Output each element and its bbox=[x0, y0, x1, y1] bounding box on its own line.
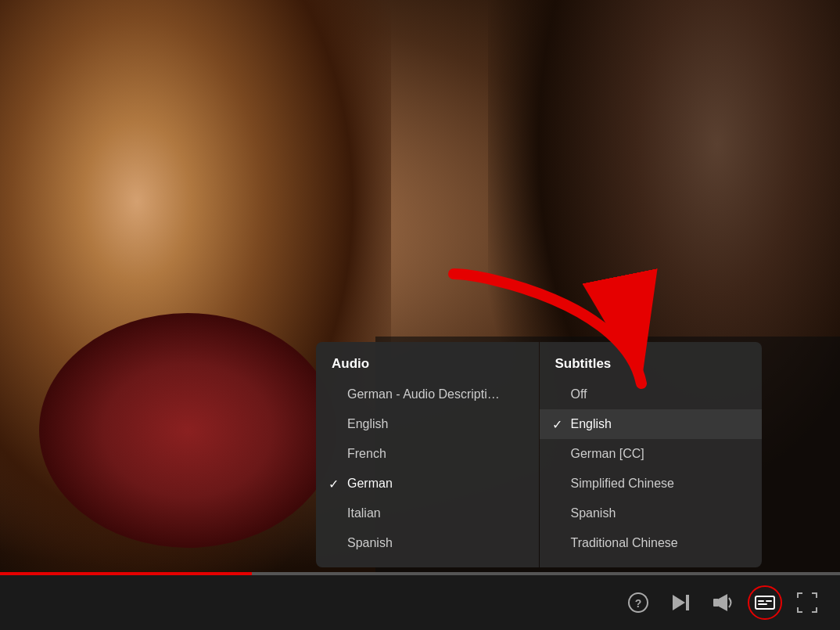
audio-menu-column: Audio German - Audio Descripti… English … bbox=[316, 342, 539, 567]
svg-text:?: ? bbox=[635, 597, 642, 610]
subtitles-item-german-cc[interactable]: German [CC] bbox=[540, 439, 763, 469]
svg-rect-10 bbox=[758, 603, 767, 605]
av-dropdown-menu: Audio German - Audio Descripti… English … bbox=[316, 342, 762, 567]
fullscreen-icon bbox=[796, 592, 818, 614]
audio-item-german-ad[interactable]: German - Audio Descripti… bbox=[316, 380, 539, 409]
subtitles-menu-column: Subtitles Off English German [CC] Simpli… bbox=[540, 342, 763, 567]
svg-rect-5 bbox=[713, 599, 719, 607]
audio-button[interactable] bbox=[705, 585, 740, 620]
subtitles-item-traditional-chinese[interactable]: Traditional Chinese bbox=[540, 528, 763, 558]
svg-marker-3 bbox=[673, 595, 685, 610]
help-icon: ? bbox=[627, 592, 649, 614]
audio-item-spanish[interactable]: Spanish bbox=[316, 528, 539, 558]
speaker-icon bbox=[712, 592, 734, 614]
audio-item-french[interactable]: French bbox=[316, 439, 539, 469]
fullscreen-button[interactable] bbox=[790, 585, 824, 620]
next-button[interactable] bbox=[663, 585, 698, 620]
next-icon bbox=[669, 592, 691, 614]
audio-item-english[interactable]: English bbox=[316, 409, 539, 439]
svg-marker-6 bbox=[719, 594, 727, 611]
audio-header: Audio bbox=[316, 351, 539, 380]
subtitles-item-spanish[interactable]: Spanish bbox=[540, 499, 763, 528]
svg-rect-9 bbox=[766, 600, 772, 602]
svg-rect-4 bbox=[686, 595, 689, 610]
subtitles-item-simplified-chinese[interactable]: Simplified Chinese bbox=[540, 469, 763, 499]
subtitle-icon bbox=[754, 592, 776, 614]
subtitles-item-off[interactable]: Off bbox=[540, 380, 763, 409]
help-button[interactable]: ? bbox=[621, 585, 655, 620]
subtitles-item-english[interactable]: English bbox=[540, 409, 763, 439]
svg-rect-8 bbox=[758, 600, 764, 602]
subtitle-button[interactable] bbox=[748, 585, 782, 620]
audio-item-italian[interactable]: Italian bbox=[316, 499, 539, 528]
audio-item-german[interactable]: German bbox=[316, 469, 539, 499]
control-bar: ? bbox=[0, 575, 840, 630]
subtitles-header: Subtitles bbox=[540, 351, 763, 380]
svg-rect-7 bbox=[756, 596, 774, 609]
